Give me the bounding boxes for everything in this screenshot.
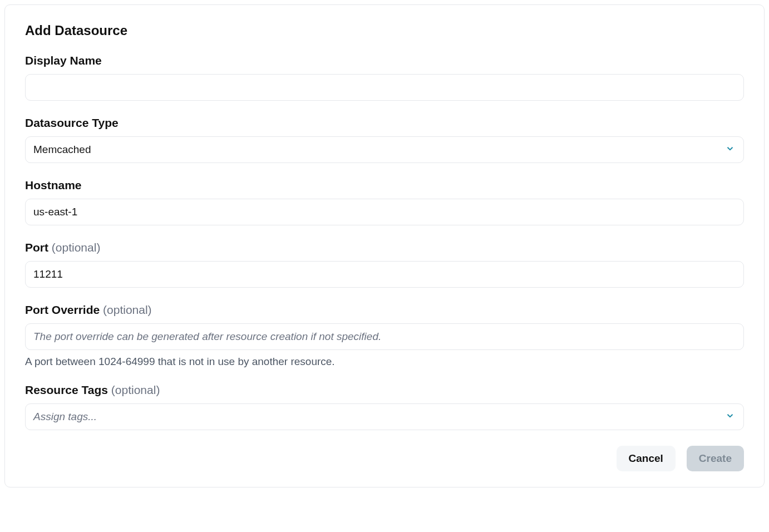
datasource-type-selected: Memcached [33,144,91,156]
resource-tags-select[interactable]: Assign tags... [25,403,744,430]
hostname-input[interactable] [25,199,744,225]
field-port: Port (optional) [25,241,744,288]
port-override-help: A port between 1024-64999 that is not in… [25,356,744,368]
resource-tags-label: Resource Tags (optional) [25,383,744,397]
cancel-button[interactable]: Cancel [617,446,676,471]
field-hostname: Hostname [25,179,744,225]
port-label: Port (optional) [25,241,744,254]
port-override-label-text: Port Override [25,303,100,316]
field-port-override: Port Override (optional) A port between … [25,303,744,368]
field-datasource-type: Datasource Type Memcached [25,116,744,163]
field-resource-tags: Resource Tags (optional) Assign tags... [25,383,744,430]
datasource-type-label: Datasource Type [25,116,744,130]
port-input[interactable] [25,261,744,288]
add-datasource-panel: Add Datasource Display Name Datasource T… [4,4,765,487]
form-actions: Cancel Create [25,446,744,471]
port-override-label: Port Override (optional) [25,303,744,317]
resource-tags-label-text: Resource Tags [25,383,108,396]
hostname-label: Hostname [25,179,744,192]
create-button[interactable]: Create [687,446,744,471]
port-override-input[interactable] [25,323,744,350]
resource-tags-placeholder: Assign tags... [33,411,97,423]
display-name-input[interactable] [25,74,744,101]
port-optional-text: (optional) [52,241,101,254]
display-name-label: Display Name [25,54,744,67]
datasource-type-select[interactable]: Memcached [25,136,744,163]
panel-title: Add Datasource [25,23,744,38]
resource-tags-optional-text: (optional) [111,383,160,396]
port-label-text: Port [25,241,48,254]
port-override-optional-text: (optional) [103,303,152,316]
field-display-name: Display Name [25,54,744,101]
